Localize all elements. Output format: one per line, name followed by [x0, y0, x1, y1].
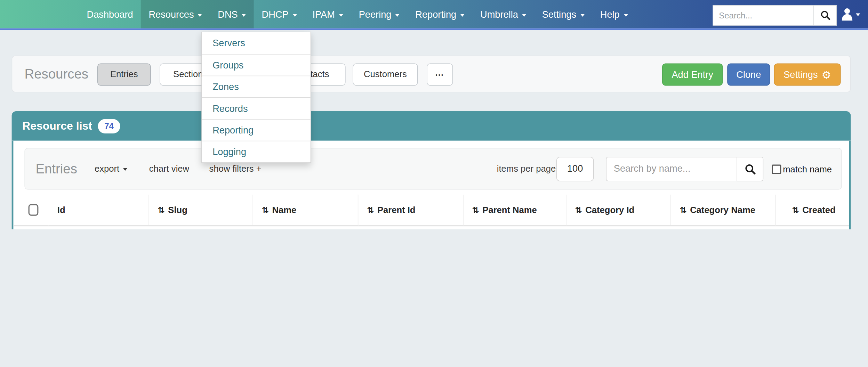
tab-customers[interactable]: Customers: [353, 63, 418, 85]
chart-view-link[interactable]: chart view: [149, 148, 189, 189]
table-header-row: Id ⇅Slug ⇅Name ⇅Parent Id ⇅Parent Name ⇅…: [13, 195, 851, 226]
column-header-parent-name[interactable]: ⇅Parent Name: [463, 195, 566, 226]
nav-label: DHCP: [262, 9, 289, 20]
nav-item-dashboard[interactable]: Dashboard: [79, 0, 141, 28]
sort-icon: ⇅: [472, 205, 479, 214]
column-header-name[interactable]: ⇅Name: [252, 195, 357, 226]
clone-button[interactable]: Clone: [727, 63, 770, 85]
column-label: Category Name: [690, 205, 755, 214]
cell-id: 3436: [48, 226, 148, 229]
chevron-down-icon: [624, 14, 628, 17]
page-title: Resources: [24, 56, 88, 92]
column-header-created[interactable]: ⇅Created: [775, 195, 851, 226]
chevron-down-icon: [198, 14, 202, 17]
sort-icon: ⇅: [367, 205, 374, 214]
menu-item-logging[interactable]: Logging: [202, 141, 311, 162]
name-search: [606, 157, 763, 181]
nav-label: Reporting: [415, 9, 456, 20]
menu-item-servers[interactable]: Servers: [202, 32, 311, 54]
column-header-category-id[interactable]: ⇅Category Id: [566, 195, 670, 226]
menu-item-zones[interactable]: Zones: [202, 76, 311, 97]
match-name-checkbox[interactable]: [772, 165, 781, 174]
nav-label: Umbrella: [480, 9, 518, 20]
resource-list-header: Resource list 74: [12, 111, 851, 141]
entries-title: Entries: [35, 148, 77, 189]
match-name-label: match name: [783, 164, 832, 174]
nav-label: Dashboard: [87, 9, 133, 20]
global-search-button[interactable]: [813, 6, 836, 25]
more-tabs-button[interactable]: •••: [427, 63, 453, 85]
page-header: Resources Entries Sections Contacts Cust…: [12, 56, 851, 92]
nav-item-peering[interactable]: Peering: [351, 0, 408, 28]
chevron-down-icon: [292, 14, 297, 17]
items-per-page-input[interactable]: [556, 157, 594, 181]
settings-button-label: Settings: [783, 70, 818, 80]
nav-item-ipam[interactable]: IPAM: [305, 0, 351, 28]
nav-item-dhcp[interactable]: DHCP: [254, 0, 305, 28]
column-header-category-name[interactable]: ⇅Category Name: [670, 195, 775, 226]
chevron-down-icon: [242, 14, 246, 17]
gear-icon: ⚙: [822, 69, 831, 81]
resource-list-title: Resource list: [22, 120, 92, 132]
cell-parent-id: 1: [358, 226, 463, 229]
global-search: [713, 5, 837, 25]
resource-list-body: Entries export chart view show filters +…: [12, 141, 851, 229]
nav-item-resources[interactable]: Resources: [141, 0, 210, 28]
nav-label: Resources: [148, 9, 194, 20]
cell-category-id: -: [566, 226, 670, 229]
chevron-down-icon: [522, 14, 527, 17]
cell-created: 2021-08-28 00: [775, 226, 851, 229]
nav-label: Help: [600, 9, 620, 20]
search-icon: [744, 163, 756, 175]
name-search-input[interactable]: [606, 157, 737, 181]
cell-slug: 12345-3436-160241: [148, 226, 252, 229]
nav-label: DNS: [218, 9, 238, 20]
column-label: Parent Id: [377, 205, 416, 214]
search-icon: [820, 10, 830, 21]
export-label: export: [95, 164, 119, 173]
menu-item-reporting[interactable]: Reporting: [202, 119, 311, 140]
column-label: Id: [57, 205, 65, 214]
column-label: Category Id: [585, 205, 634, 214]
chevron-down-icon: [339, 14, 343, 17]
settings-button[interactable]: Settings⚙: [774, 63, 841, 85]
nav-label: Peering: [359, 9, 392, 20]
match-name-option[interactable]: match name: [772, 148, 832, 190]
chevron-down-icon: [856, 13, 860, 16]
cell-category-name: -: [670, 226, 775, 229]
nav-item-settings[interactable]: Settings: [534, 0, 592, 28]
table-row: 3436 12345-3436-160241 12345 1 TLR - - 2…: [13, 226, 851, 229]
user-icon: [841, 8, 853, 21]
nav-item-help[interactable]: Help: [592, 0, 636, 28]
chevron-down-icon: [460, 14, 465, 17]
tab-entries[interactable]: Entries: [97, 63, 151, 85]
chevron-down-icon: [580, 14, 585, 17]
nav-item-reporting[interactable]: Reporting: [408, 0, 473, 28]
menu-item-records[interactable]: Records: [202, 97, 311, 119]
sort-icon: ⇅: [262, 205, 269, 214]
entries-table-wrap: Id ⇅Slug ⇅Name ⇅Parent Id ⇅Parent Name ⇅…: [13, 195, 851, 229]
select-all-checkbox[interactable]: [29, 204, 39, 216]
sort-icon: ⇅: [575, 205, 582, 214]
global-search-input[interactable]: [713, 6, 813, 25]
user-menu[interactable]: [841, 8, 860, 21]
nav-label: IPAM: [312, 9, 335, 20]
column-header-parent-id[interactable]: ⇅Parent Id: [358, 195, 463, 226]
resource-list-panel: Resource list 74 Entries export chart vi…: [12, 111, 851, 229]
menu-item-groups[interactable]: Groups: [202, 54, 311, 75]
column-label: Created: [802, 205, 835, 214]
column-header-slug[interactable]: ⇅Slug: [148, 195, 252, 226]
items-per-page-label: items per page: [497, 148, 556, 189]
sort-icon: ⇅: [792, 205, 799, 214]
name-search-button[interactable]: [737, 157, 763, 181]
column-header-id[interactable]: Id: [48, 195, 148, 226]
nav-item-dns[interactable]: DNS: [210, 0, 254, 28]
nav-item-umbrella[interactable]: Umbrella: [473, 0, 535, 28]
add-entry-button[interactable]: Add Entry: [662, 63, 723, 85]
chevron-down-icon: [395, 14, 400, 17]
chevron-down-icon: [123, 168, 128, 171]
sort-icon: ⇅: [158, 205, 165, 214]
column-label: Name: [272, 205, 297, 214]
column-label: Parent Name: [482, 205, 537, 214]
export-dropdown[interactable]: export: [95, 148, 128, 189]
